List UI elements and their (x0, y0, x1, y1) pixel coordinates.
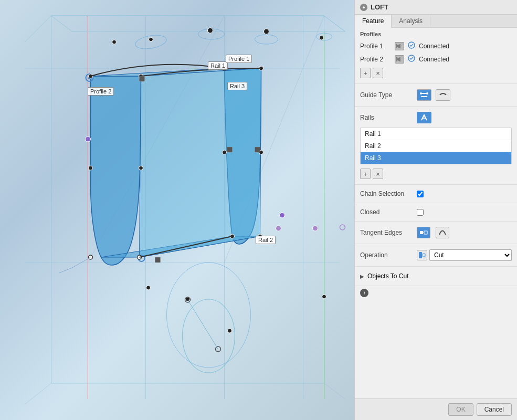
profiles-label: Profiles (360, 31, 512, 37)
svg-rect-61 (140, 76, 145, 81)
svg-rect-75 (419, 252, 422, 258)
profile1-connected-icon (407, 41, 416, 51)
svg-line-60 (188, 300, 218, 349)
profile2-connected-icon (407, 54, 416, 64)
guide-type-btn1[interactable] (417, 89, 431, 101)
svg-point-38 (255, 35, 278, 44)
svg-point-46 (112, 40, 117, 44)
chain-selection-checkbox[interactable] (417, 191, 424, 197)
rail2-item[interactable]: Rail 2 (361, 140, 511, 152)
profile2-name: Profile 2 (360, 56, 392, 63)
tab-bar: Feature Analysis (355, 15, 517, 28)
svg-line-13 (25, 383, 51, 404)
profile2-icon (395, 55, 404, 64)
remove-profile-button[interactable]: × (373, 68, 383, 78)
panel-body: Profiles Profile 1 Connected Profile 2 (355, 28, 517, 398)
rails-select-btn[interactable] (417, 112, 431, 123)
objects-to-cut-section[interactable]: ▶ Objects To Cut (355, 267, 517, 286)
rail3-item[interactable]: Rail 3 (361, 152, 511, 164)
add-rail-button[interactable]: + (360, 169, 371, 179)
guide-type-btn2[interactable] (436, 89, 450, 101)
remove-rail-button[interactable]: × (373, 169, 383, 179)
cancel-button[interactable]: Cancel (477, 403, 512, 416)
tangent-edges-row: Tangent Edges (360, 225, 512, 240)
svg-rect-73 (424, 231, 427, 234)
add-profile-button[interactable]: + (360, 68, 371, 78)
tangent-btn2[interactable] (436, 227, 449, 238)
svg-point-44 (320, 36, 324, 40)
svg-point-45 (149, 37, 153, 41)
chain-selection-label: Chain Selection (360, 190, 413, 197)
svg-point-43 (264, 29, 269, 34)
svg-point-52 (313, 226, 318, 231)
rail1-item[interactable]: Rail 1 (361, 128, 511, 140)
svg-point-25 (89, 166, 93, 170)
svg-rect-64 (255, 147, 260, 152)
rails-list: Rail 1 Rail 2 Rail 3 (360, 128, 512, 164)
profile2-row: Profile 2 Connected (360, 52, 512, 66)
panel-footer: OK Cancel (355, 398, 517, 420)
svg-line-11 (25, 16, 51, 42)
profile2-status: Connected (419, 56, 449, 63)
tangent-edges-section: Tangent Edges (355, 222, 517, 244)
svg-point-28 (139, 166, 143, 170)
svg-point-70 (426, 92, 428, 94)
ok-button[interactable]: OK (448, 403, 473, 416)
svg-point-47 (146, 286, 151, 290)
closed-checkbox-container (417, 209, 424, 216)
rails-add-remove: + × (360, 166, 512, 181)
panel-title: LOFT (371, 3, 388, 11)
guide-type-row: Guide Type (360, 87, 512, 103)
info-icon: i (360, 289, 368, 297)
svg-point-42 (208, 28, 213, 33)
svg-point-40 (167, 262, 251, 368)
svg-point-51 (276, 226, 281, 231)
objects-to-cut-row[interactable]: ▶ Objects To Cut (360, 270, 512, 282)
chain-selection-checkbox-container (417, 191, 424, 197)
objects-to-cut-label: Objects To Cut (367, 272, 408, 280)
operation-section: Operation Cut New Body Join Intersect (355, 244, 517, 267)
svg-marker-15 (51, 16, 345, 32)
svg-marker-20 (140, 68, 261, 257)
operation-icon (417, 250, 427, 260)
loft-panel: ● LOFT Feature Analysis Profiles Profile… (354, 0, 517, 420)
svg-point-31 (223, 150, 227, 154)
tangent-btn1[interactable] (417, 227, 430, 238)
closed-label: Closed (360, 208, 413, 216)
chain-selection-row: Chain Selection (360, 188, 512, 200)
profiles-add-remove: + × (360, 66, 512, 80)
profile1-name: Profile 1 (360, 43, 392, 50)
tab-analysis[interactable]: Analysis (392, 15, 430, 27)
svg-line-57 (59, 268, 72, 273)
svg-point-49 (228, 329, 232, 333)
profiles-section: Profiles Profile 1 Connected Profile 2 (355, 28, 517, 84)
svg-rect-62 (155, 257, 161, 262)
profile1-row: Profile 1 Connected (360, 39, 512, 52)
profile1-status: Connected (419, 43, 449, 50)
operation-row: Operation Cut New Body Join Intersect (360, 247, 512, 263)
rails-section: Rails Rail 1 Rail 2 Rail 3 + × (355, 107, 517, 185)
expand-arrow-icon: ▶ (360, 274, 364, 279)
svg-point-36 (134, 33, 167, 51)
svg-rect-63 (227, 147, 233, 152)
closed-section: Closed (355, 203, 517, 222)
svg-point-41 (183, 299, 235, 373)
svg-point-53 (340, 225, 345, 230)
closed-row: Closed (360, 206, 512, 218)
svg-point-54 (86, 136, 91, 142)
svg-rect-72 (420, 231, 423, 234)
rails-header-row: Rails (360, 110, 512, 125)
info-section: i (355, 286, 517, 300)
guide-type-section: Guide Type (355, 84, 517, 107)
rails-label: Rails (360, 114, 413, 121)
chain-selection-section: Chain Selection (355, 185, 517, 203)
svg-point-35 (258, 234, 262, 238)
profile1-icon (395, 42, 404, 50)
viewport[interactable]: Rail 1 Profile 1 Profile 2 Rail 3 Rail 2 (0, 0, 354, 420)
operation-select[interactable]: Cut New Body Join Intersect (429, 249, 512, 261)
svg-point-50 (322, 295, 326, 299)
svg-rect-76 (423, 254, 425, 257)
closed-checkbox[interactable] (417, 209, 424, 216)
svg-point-69 (420, 92, 422, 94)
tab-feature[interactable]: Feature (355, 15, 392, 28)
